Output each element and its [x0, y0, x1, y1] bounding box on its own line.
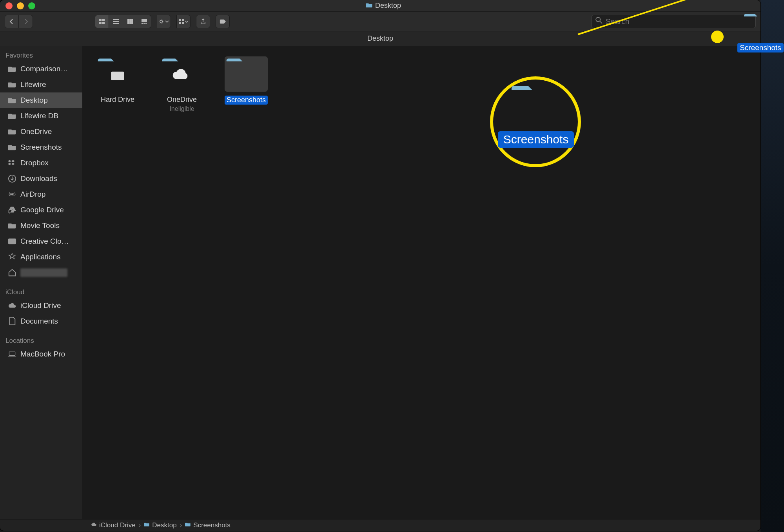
sidebar-item-lifewire[interactable]: Lifewire — [0, 77, 82, 92]
sidebar-item-label: Screenshots — [20, 143, 78, 152]
sidebar-item-label: Lifewire DB — [20, 112, 78, 120]
sidebar-item-label: OneDrive — [20, 127, 78, 136]
svg-rect-7 — [127, 19, 129, 24]
sidebar-item-label: Downloads — [20, 174, 78, 183]
location-bar: Desktop — [0, 31, 760, 46]
breadcrumb-screenshots[interactable]: Screenshots — [185, 521, 230, 529]
column-view-button[interactable] — [123, 15, 137, 28]
sidebar-item-documents[interactable]: Documents — [0, 313, 82, 329]
sidebar-item-label: iCloud Drive — [20, 301, 78, 310]
svg-rect-0 — [99, 19, 102, 21]
svg-rect-13 — [145, 23, 147, 24]
folder-icon — [8, 143, 16, 152]
sidebar-item-icloud-drive[interactable]: iCloud Drive — [0, 298, 82, 313]
svg-rect-12 — [143, 23, 145, 24]
sidebar-heading-favorites: Favorites — [0, 49, 82, 61]
gallery-view-button[interactable] — [137, 15, 151, 28]
sidebar-item-label: AirDrop — [20, 190, 78, 199]
svg-rect-2 — [99, 22, 102, 24]
sidebar-item-label: Desktop — [20, 96, 78, 105]
breadcrumb-desktop[interactable]: Desktop — [144, 521, 176, 529]
doc-icon — [8, 317, 16, 326]
file-item-sublabel: Ineligible — [169, 105, 194, 112]
svg-rect-6 — [113, 23, 119, 24]
breadcrumb-label: iCloud Drive — [99, 521, 136, 529]
file-item-screenshots[interactable]: Screenshots — [219, 56, 274, 112]
icon-view-button[interactable] — [95, 15, 109, 28]
breadcrumb-label: Desktop — [152, 521, 176, 529]
sidebar-item-lifewire-db[interactable]: Lifewire DB — [0, 108, 82, 124]
breadcrumb-icloud-drive[interactable]: iCloud Drive — [91, 521, 136, 529]
sidebar-item-label: Comparison… — [20, 65, 78, 73]
sidebar-heading-locations: Locations — [0, 335, 82, 346]
search-input[interactable] — [606, 17, 751, 26]
sidebar-item-comparison-[interactable]: Comparison… — [0, 61, 82, 77]
sidebar-item-airdrop[interactable]: AirDrop — [0, 186, 82, 202]
desktop-folder-screenshots[interactable]: Screenshots — [741, 13, 780, 52]
chevron-down-icon — [165, 18, 169, 25]
sidebar-item-onedrive[interactable]: OneDrive — [0, 124, 82, 139]
file-item-label: OneDrive — [167, 96, 197, 104]
file-item-onedrive[interactable]: OneDriveIneligible — [154, 56, 209, 112]
back-button[interactable] — [5, 15, 19, 28]
airdrop-icon — [8, 190, 16, 199]
sidebar-item-applications[interactable]: Applications — [0, 249, 82, 265]
title-folder-icon — [366, 2, 373, 10]
svg-rect-11 — [142, 23, 143, 24]
folder-icon — [185, 521, 191, 529]
svg-rect-1 — [102, 19, 105, 21]
sidebar-item-google-drive[interactable]: Google Drive — [0, 202, 82, 218]
cloud-icon — [91, 521, 97, 529]
folder-icon — [8, 112, 16, 120]
folder-icon — [8, 80, 16, 89]
svg-rect-4 — [113, 19, 119, 20]
zoom-window-button[interactable] — [28, 2, 35, 9]
svg-point-21 — [11, 193, 13, 195]
sidebar-item-macbook-pro[interactable]: MacBook Pro — [0, 346, 82, 362]
path-bar[interactable]: iCloud Drive›Desktop›Screenshots — [0, 519, 760, 531]
desktop-background-strip — [760, 0, 784, 532]
arrange-menu-button[interactable] — [176, 15, 191, 28]
svg-rect-23 — [9, 352, 15, 355]
search-field[interactable] — [591, 15, 756, 28]
sidebar-item-label: Documents — [20, 317, 78, 326]
file-item-label: Hard Drive — [101, 96, 134, 104]
window-titlebar[interactable]: Desktop — [0, 0, 760, 12]
share-button[interactable] — [196, 15, 210, 28]
file-item-label: Screenshots — [225, 96, 268, 105]
sidebar-item-label: Google Drive — [20, 206, 78, 214]
folder-icon — [225, 56, 268, 92]
tags-button[interactable] — [216, 15, 230, 28]
view-mode-segmented — [95, 15, 151, 28]
sidebar[interactable]: Favorites Comparison…LifewireDesktopLife… — [0, 46, 82, 519]
sidebar-item-label: Lifewire — [20, 80, 78, 89]
folder-icon — [8, 221, 16, 230]
sidebar-item-label: Applications — [20, 253, 78, 261]
sidebar-heading-icloud: iCloud — [0, 286, 82, 298]
sidebar-item-movie-tools[interactable]: Movie Tools — [0, 218, 82, 233]
breadcrumb-separator: › — [139, 521, 141, 529]
svg-rect-17 — [179, 22, 181, 24]
cc-icon — [8, 237, 16, 246]
svg-rect-8 — [129, 19, 131, 24]
sidebar-item-desktop[interactable]: Desktop — [0, 92, 82, 108]
sidebar-item-creative-clo-[interactable]: Creative Clo… — [0, 233, 82, 249]
sidebar-item-downloads[interactable]: Downloads — [0, 171, 82, 186]
close-window-button[interactable] — [5, 2, 13, 9]
svg-rect-5 — [113, 21, 119, 22]
file-browser-content[interactable]: Hard DriveOneDriveIneligibleScreenshots — [82, 46, 760, 519]
sidebar-item-screenshots[interactable]: Screenshots — [0, 139, 82, 155]
list-view-button[interactable] — [109, 15, 123, 28]
file-item-hard-drive[interactable]: Hard Drive — [90, 56, 145, 112]
action-menu-button[interactable] — [157, 15, 171, 28]
forward-button[interactable] — [19, 15, 33, 28]
chevron-down-icon — [185, 18, 189, 25]
apps-icon — [8, 253, 16, 261]
svg-rect-26 — [111, 72, 124, 80]
sidebar-item-label: MacBook Pro — [20, 350, 78, 358]
svg-rect-24 — [8, 356, 16, 356]
sidebar-item-redacted[interactable] — [0, 265, 82, 280]
minimize-window-button[interactable] — [17, 2, 24, 9]
toolbar — [0, 12, 760, 31]
sidebar-item-dropbox[interactable]: Dropbox — [0, 155, 82, 171]
